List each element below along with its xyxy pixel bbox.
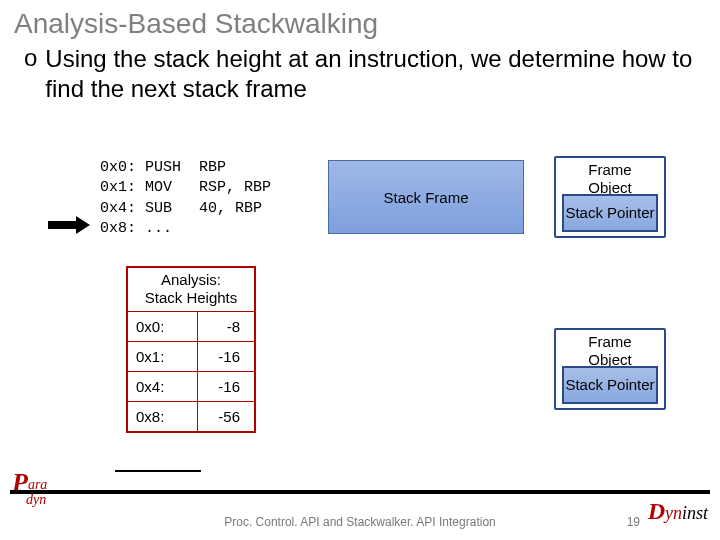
slide-number: 19: [627, 515, 640, 529]
slide-title: Analysis-Based Stackwalking: [0, 0, 720, 44]
logo-dyn: dyn: [26, 492, 47, 508]
table-row: 0x8: -56: [128, 402, 254, 432]
bullet-text: Using the stack height at an instruction…: [45, 44, 700, 104]
divider-small: [115, 470, 201, 472]
frame-title-l1: Frame: [588, 161, 631, 178]
assembly-code: 0x0: PUSH RBP 0x1: MOV RSP, RBP 0x4: SUB…: [100, 158, 271, 239]
frame-object-lower: Frame Object Stack Pointer: [554, 328, 666, 410]
logo-inst: inst: [682, 503, 708, 523]
stack-frame-upper: Stack Frame: [328, 160, 524, 234]
cell-addr: 0x0:: [128, 312, 197, 342]
logo-d: D: [648, 498, 665, 524]
stack-pointer-upper: Stack Pointer: [562, 194, 658, 232]
frame-object-title-2: Frame Object: [556, 330, 664, 369]
frame-object-title: Frame Object: [556, 158, 664, 197]
analysis-title: Analysis: Stack Heights: [128, 268, 254, 311]
cell-val: -16: [197, 372, 254, 402]
analysis-table: 0x0: -8 0x1: -16 0x4: -16 0x8: -56: [128, 311, 254, 431]
paradyn-logo: Para dyn: [12, 468, 47, 508]
frame-title2-l1: Frame: [588, 333, 631, 350]
cell-val: -56: [197, 402, 254, 432]
frame-object-upper: Frame Object Stack Pointer: [554, 156, 666, 238]
analysis-table-box: Analysis: Stack Heights 0x0: -8 0x1: -16…: [126, 266, 256, 433]
current-instruction-arrow-icon: [48, 218, 92, 232]
bullet-row: o Using the stack height at an instructi…: [0, 44, 720, 104]
cell-val: -8: [197, 312, 254, 342]
table-row: 0x0: -8: [128, 312, 254, 342]
cell-addr: 0x8:: [128, 402, 197, 432]
bullet-marker: o: [24, 44, 37, 73]
cell-val: -16: [197, 342, 254, 372]
footer-text: Proc. Control. API and Stackwalker. API …: [0, 515, 720, 529]
stack-pointer-lower: Stack Pointer: [562, 366, 658, 404]
dyninst-logo: Dyninst: [648, 498, 708, 525]
analysis-title-l1: Analysis:: [161, 271, 221, 288]
table-row: 0x1: -16: [128, 342, 254, 372]
divider-footer: [10, 490, 710, 494]
cell-addr: 0x1:: [128, 342, 197, 372]
analysis-title-l2: Stack Heights: [145, 289, 238, 306]
logo-yn: yn: [665, 503, 682, 523]
cell-addr: 0x4:: [128, 372, 197, 402]
table-row: 0x4: -16: [128, 372, 254, 402]
